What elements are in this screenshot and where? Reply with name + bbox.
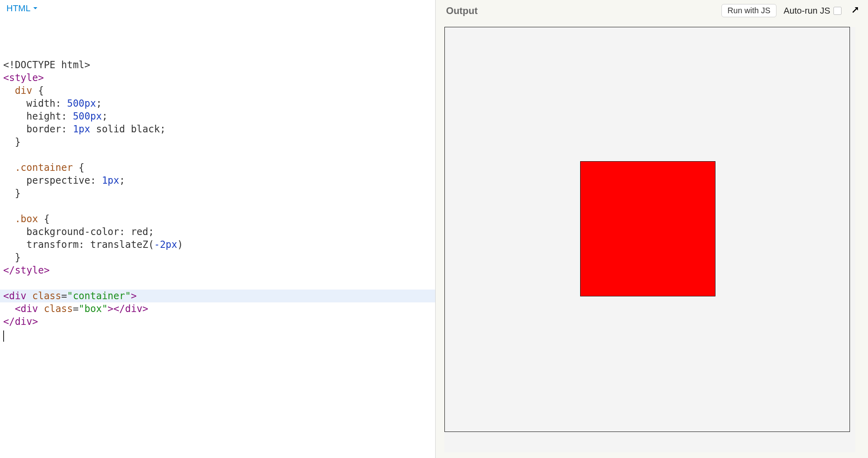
editor-header: HTML [0,0,435,17]
language-label: HTML [6,3,31,14]
output-iframe [444,27,855,452]
code-editor[interactable]: <!DOCTYPE html> <style> div { width: 500… [0,17,435,370]
preview-container-div [444,27,850,432]
language-selector[interactable]: HTML [6,3,39,14]
autorun-checkbox[interactable] [833,7,842,15]
autorun-toggle[interactable]: Auto-run JS [784,6,842,16]
autorun-label: Auto-run JS [784,6,830,16]
run-with-js-button[interactable]: Run with JS [721,4,776,17]
expand-icon[interactable] [850,5,860,16]
output-iframe-area [436,21,868,458]
output-pane: Output Run with JS Auto-run JS [436,0,868,458]
editor-pane: HTML <!DOCTYPE html> <style> div { width… [0,0,436,458]
app-root: HTML <!DOCTYPE html> <style> div { width… [0,0,868,458]
output-header: Output Run with JS Auto-run JS [436,0,868,21]
chevron-down-icon [32,5,39,12]
preview-box-div [580,161,715,296]
code-content: <!DOCTYPE html> <style> div { width: 500… [3,59,432,341]
output-title: Output [446,5,721,16]
